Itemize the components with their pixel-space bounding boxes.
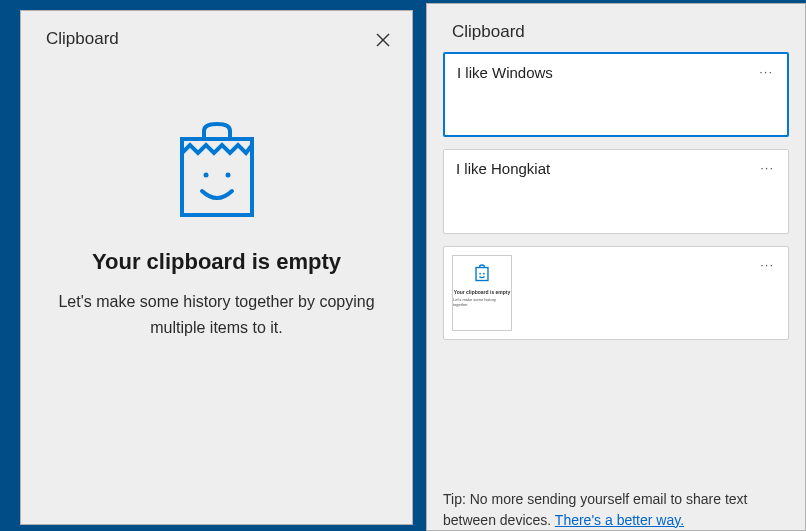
more-icon[interactable]: ··· xyxy=(759,64,773,79)
clipboard-empty-panel: Clipboard Your clipboard is empty Let's … xyxy=(20,10,413,525)
empty-subtext: Let's make some history together by copy… xyxy=(57,289,377,340)
history-text: I like Hongkiat xyxy=(456,160,776,177)
clipboard-smile-icon xyxy=(176,121,258,225)
close-button[interactable] xyxy=(376,33,390,50)
more-icon[interactable]: ··· xyxy=(760,257,774,272)
history-item[interactable]: I like Hongkiat ··· xyxy=(443,149,789,234)
tip-link[interactable]: There's a better way. xyxy=(555,512,684,528)
panel-title: Clipboard xyxy=(21,11,412,49)
svg-rect-5 xyxy=(476,268,488,281)
clipboard-smile-icon xyxy=(475,264,489,283)
empty-heading: Your clipboard is empty xyxy=(92,249,341,275)
empty-state: Your clipboard is empty Let's make some … xyxy=(21,121,412,340)
image-thumbnail: Your clipboard is empty Let's make some … xyxy=(452,255,512,331)
tip-bar: Tip: No more sending yourself email to s… xyxy=(427,480,805,530)
more-icon[interactable]: ··· xyxy=(760,160,774,175)
history-text: I like Windows xyxy=(457,64,775,81)
svg-point-4 xyxy=(225,173,230,178)
history-item[interactable]: Your clipboard is empty Let's make some … xyxy=(443,246,789,340)
history-item[interactable]: I like Windows ··· xyxy=(443,52,789,137)
close-icon xyxy=(376,32,390,51)
thumb-title: Your clipboard is empty xyxy=(454,289,511,295)
history-list: I like Windows ··· I like Hongkiat ··· Y xyxy=(427,42,805,480)
svg-point-7 xyxy=(483,273,485,275)
clipboard-history-panel: Clipboard I like Windows ··· I like Hong… xyxy=(426,3,806,531)
panel-title: Clipboard xyxy=(427,4,805,42)
svg-point-3 xyxy=(203,173,208,178)
thumb-sub: Let's make some history together xyxy=(453,297,511,307)
svg-point-6 xyxy=(479,273,481,275)
